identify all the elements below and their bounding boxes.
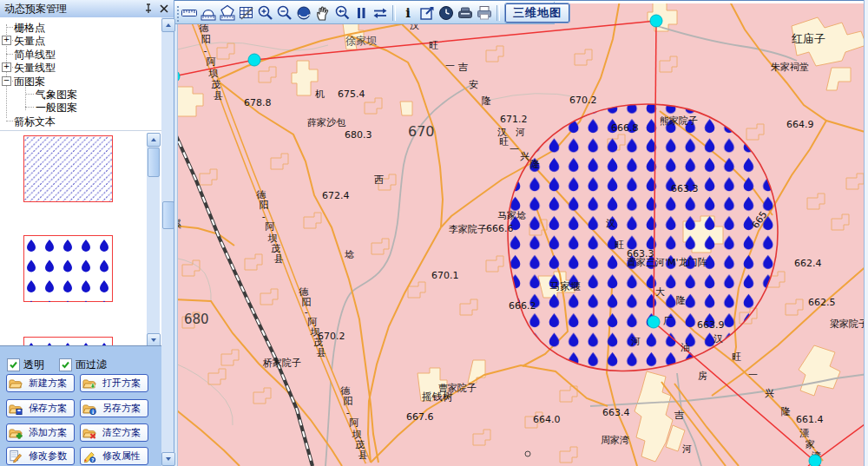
map-label: 汉 [606,218,615,229]
button-另存方案[interactable]: i另存方案 [80,399,148,417]
map-label: 672.4 [322,190,350,201]
swatch-hatch-pattern[interactable] [23,135,113,202]
map-road-label-char: - [346,407,350,418]
button-修改参数[interactable]: 修改参数 [6,447,75,465]
pause-icon[interactable] [352,3,371,23]
map-label: 薛家沙包 [307,117,346,128]
scroll-thumb[interactable] [148,148,160,177]
application-window: { "panel": { "title": "动态预案管理", "tree": … [0,0,868,466]
tree-item-箭标文本[interactable]: 箭标文本 [14,115,56,128]
map-label: 徐家坝 [345,35,377,47]
panel-scroll-down[interactable] [161,452,175,466]
zoom-in-icon[interactable] [256,3,275,23]
vertex-handle[interactable] [248,54,260,66]
option-面过滤[interactable]: 面过滤 [59,358,107,372]
checkbox-透明[interactable] [7,358,20,371]
measure-circle-icon[interactable] [199,3,218,23]
map-road-label-char: 县 [214,90,223,102]
folder-add-icon [9,426,23,440]
toolbar-separator [496,5,500,21]
map-label: 680.3 [345,129,372,141]
map-label: 663.3 [671,183,699,194]
map-label: 马家堰 [549,280,581,292]
panel-scroll-up[interactable] [161,18,175,32]
3d-map-button[interactable]: 三维地图 [505,3,569,23]
tree-item-气象图案[interactable]: 气象图案 [36,88,77,101]
print-icon[interactable] [475,3,494,23]
map-road-label-char: 旺 [499,136,509,148]
expand-icon[interactable]: + [2,36,11,45]
map-road-label-char: 县 [358,450,367,461]
map-road-label-char: 茂 [355,439,365,450]
map-label: 西 [374,174,384,186]
identify-icon[interactable]: i [398,3,418,23]
pin-icon[interactable] [142,3,155,15]
map-label: 河 [631,336,641,347]
option-透明[interactable]: 透明 [7,358,44,372]
map-label: 666.8 [611,122,639,134]
tree-guide [25,94,34,95]
plan-controls: 透明面过滤新建方案打开方案保存方案i另存方案添加方案清空方案修改参数?修改属性 [0,345,161,466]
close-icon[interactable] [158,3,170,15]
map-label: 666.6 [486,223,514,234]
map-toolbar: i 三维地图 [174,2,555,24]
zoom-previous-icon[interactable] [332,3,352,23]
map-label: 隆 [482,95,491,107]
button-label: 修改属性 [98,450,145,463]
map-label: 房 [698,371,707,382]
expand-icon[interactable]: + [2,62,11,72]
tree-item-一般图案[interactable]: 一般图案 [36,101,77,114]
refresh-icon[interactable] [371,3,390,23]
button-新建方案[interactable]: 新建方案 [6,374,75,392]
tree-item-栅格点[interactable]: 栅格点 [14,21,45,34]
map-label: 吉 [457,62,468,73]
plan-manager-panel: 动态预案管理 栅格点+矢量点简单线型+矢量线型−面图案气象图案一般图案箭标文本 … [0,0,174,466]
vertex-handle[interactable] [648,316,660,328]
export-icon[interactable] [418,3,437,23]
scroll-up-button[interactable] [147,133,161,147]
button-修改属性[interactable]: ?修改属性 [80,447,148,465]
measure-area-icon[interactable] [218,3,237,23]
full-extent-icon[interactable] [294,3,313,23]
map-label: 李家院子 [449,224,487,235]
button-label: 新建方案 [24,377,71,390]
panel-scroll-thumb[interactable] [162,201,174,229]
grid-icon[interactable] [237,3,256,23]
pan-icon[interactable] [313,3,332,23]
toolbar-separator [392,5,396,21]
tree-item-矢量点[interactable]: 矢量点 [14,34,45,47]
scanner-icon[interactable] [456,3,475,23]
map-label: 埝 [345,249,354,260]
vertex-handle[interactable] [650,15,662,27]
map-label: 678.8 [244,97,272,108]
option-label: 面过滤 [76,358,107,372]
map-label: 675.4 [338,89,365,100]
map-road-label-char: 阿 [349,417,358,429]
map-label: 663.9 [697,319,725,331]
map-label: 670.2 [569,95,597,106]
map-road-label-char: 茂 [211,79,220,90]
button-添加方案[interactable]: 添加方案 [6,423,75,442]
clock-icon[interactable] [437,3,456,23]
collapse-icon[interactable]: − [2,76,11,86]
map-label: 一 [445,61,455,72]
map-road-label-char: 阿 [265,221,274,233]
panel-title: 动态预案管理 [4,2,142,16]
tree-item-矢量线型[interactable]: 矢量线型 [14,61,56,74]
vertex-handle[interactable] [809,455,821,466]
button-清空方案[interactable]: 清空方案 [80,423,148,442]
tree-item-简单线型[interactable]: 简单线型 [14,48,56,61]
button-打开方案[interactable]: 打开方案 [80,374,148,392]
zoom-out-icon[interactable] [275,3,294,23]
button-保存方案[interactable]: 保存方案 [6,399,75,417]
tree-item-面图案[interactable]: 面图案 [14,75,45,88]
measure-distance-icon[interactable] [180,3,199,23]
svg-text:?: ? [91,456,94,462]
map-road-label-char: - [204,45,207,56]
checkbox-面过滤[interactable] [59,358,72,371]
map-label: 664.9 [786,119,814,130]
swatch-drops-pattern[interactable] [23,235,113,302]
map-label: 680 [184,312,209,327]
map-road-label-char: 兴 [520,151,529,162]
tree-guide [6,54,13,55]
